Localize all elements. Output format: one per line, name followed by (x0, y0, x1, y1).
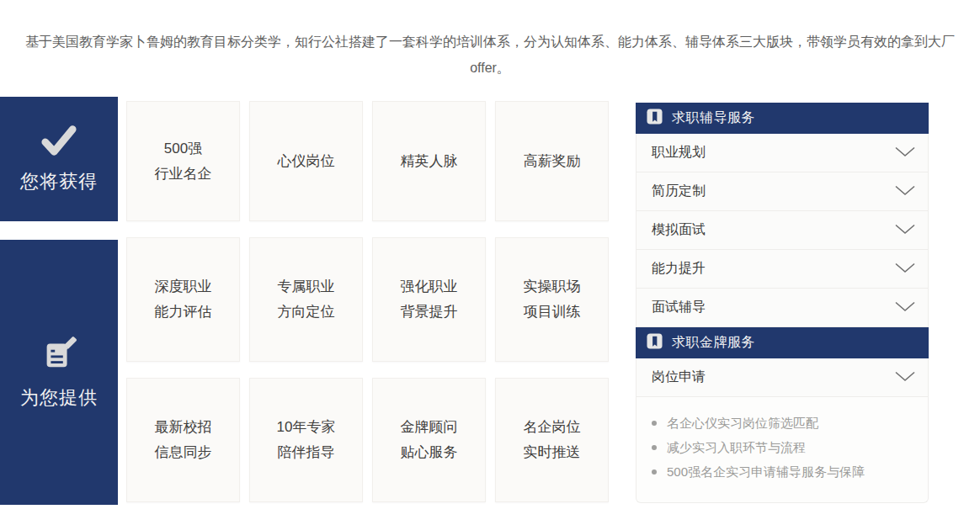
benefit-card: 名企岗位实时推送 (495, 378, 609, 502)
training-system-section: 基于美国教育学家卜鲁姆的教育目标分类学，知行公社搭建了一套科学的培训体系，分为认… (0, 0, 980, 525)
accordion-item-career-planning[interactable]: 职业规划 (636, 134, 929, 172)
benefit-card: 10年专家陪伴指导 (249, 378, 363, 502)
benefit-cards-grid: 500强行业名企 心仪岗位 精英人脉 高薪奖励 深度职业能力评估 专属职业方向定… (126, 101, 609, 502)
chevron-down-icon (894, 146, 916, 161)
provide-block-label: 为您提供 (20, 385, 98, 411)
chevron-down-icon (894, 370, 916, 385)
intro-block: 基于美国教育学家卜鲁姆的教育目标分类学，知行公社搭建了一套科学的培训体系，分为认… (0, 29, 980, 81)
bullet-dot-icon (652, 445, 657, 450)
benefit-card: 最新校招信息同步 (126, 378, 240, 502)
book-bookmark-icon (647, 109, 663, 128)
note-edit-icon (40, 335, 78, 377)
provide-block: 为您提供 (0, 240, 118, 505)
benefit-card: 强化职业背景提升 (372, 237, 486, 362)
list-item: 500强名企实习申请辅导服务与保障 (636, 459, 928, 484)
book-bookmark-icon (647, 333, 663, 353)
list-item: 减少实习入职环节与流程 (636, 435, 928, 459)
benefit-card: 高薪奖励 (495, 101, 609, 221)
check-icon (40, 124, 78, 161)
gold-panel-title: 求职金牌服务 (672, 334, 755, 352)
chevron-down-icon (894, 184, 916, 199)
bullet-dot-icon (652, 421, 657, 426)
chevron-down-icon (894, 223, 916, 238)
benefit-card: 500强行业名企 (126, 101, 240, 221)
gain-block-label: 您将获得 (20, 169, 98, 194)
accordion-item-interview-coaching[interactable]: 面试辅导 (636, 289, 929, 327)
accordion-item-mock-interview[interactable]: 模拟面试 (636, 211, 929, 250)
gold-panel-bullet-list: 名企心仪实习岗位筛选匹配 减少实习入职环节与流程 500强名企实习申请辅导服务与… (636, 397, 929, 503)
benefit-card: 精英人脉 (372, 101, 486, 221)
benefit-card: 深度职业能力评估 (126, 237, 240, 362)
chevron-down-icon (894, 300, 916, 316)
coach-panel-title: 求职辅导服务 (672, 109, 755, 127)
list-item: 名企心仪实习岗位筛选匹配 (636, 411, 928, 435)
chevron-down-icon (894, 262, 916, 277)
intro-text: 基于美国教育学家卜鲁姆的教育目标分类学，知行公社搭建了一套科学的培训体系，分为认… (10, 29, 970, 81)
benefit-card: 专属职业方向定位 (249, 237, 363, 362)
accordion-item-skill-improvement[interactable]: 能力提升 (636, 250, 929, 289)
accordion-item-resume-customization[interactable]: 简历定制 (636, 172, 929, 211)
bullet-dot-icon (652, 469, 657, 475)
services-panel: 求职辅导服务 职业规划 简历定制 模拟面试 能力提升 (636, 103, 929, 503)
benefit-card: 心仪岗位 (249, 101, 363, 221)
benefit-card: 金牌顾问贴心服务 (372, 378, 486, 502)
benefit-card: 实操职场项目训练 (495, 237, 609, 362)
accordion-item-job-application[interactable]: 岗位申请 (636, 358, 929, 397)
coach-panel-header: 求职辅导服务 (636, 103, 929, 134)
gain-block: 您将获得 (0, 97, 118, 221)
gold-panel-header: 求职金牌服务 (636, 327, 929, 358)
